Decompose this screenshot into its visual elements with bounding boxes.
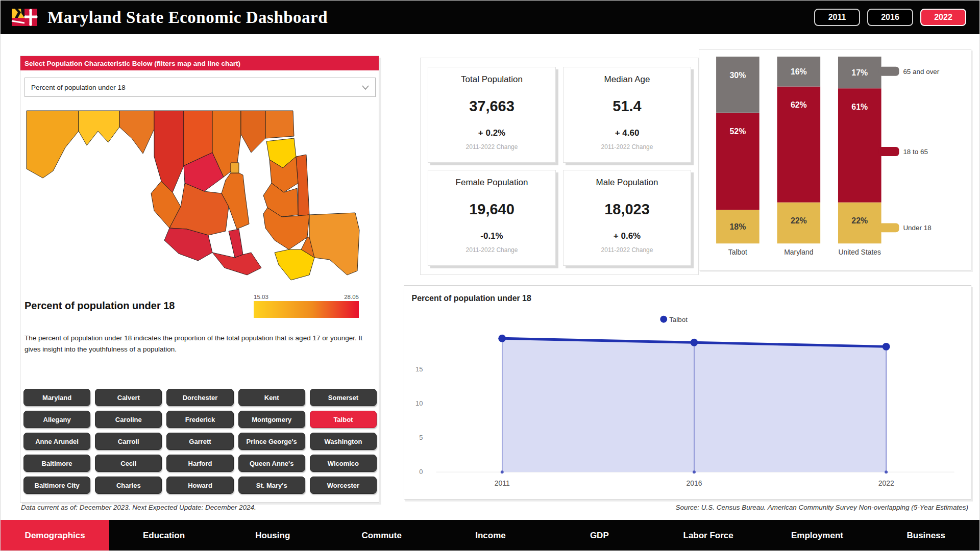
nav-tab-demographics[interactable]: Demographics	[1, 520, 109, 551]
kpi-change: -0.1%	[480, 231, 503, 241]
baseline-marker	[885, 470, 888, 473]
x-tick-label: 2016	[686, 479, 702, 487]
county-button[interactable]: Calvert	[95, 389, 162, 406]
map-county[interactable]	[231, 163, 239, 173]
kpi-card: Male Population18,023+ 0.6%2011-2022 Cha…	[563, 170, 691, 266]
nav-tab-gdp[interactable]: GDP	[545, 520, 654, 551]
map-county[interactable]	[154, 111, 184, 192]
legend-swatch	[879, 67, 899, 76]
bar-segment[interactable]	[716, 57, 760, 113]
data-point-marker[interactable]	[883, 343, 890, 350]
nav-tab-housing[interactable]: Housing	[218, 520, 327, 551]
county-button[interactable]: Montgomery	[238, 411, 305, 428]
kpi-panel: Total Population37,663+ 0.2%2011-2022 Ch…	[420, 58, 699, 275]
county-button[interactable]: Somerset	[310, 389, 377, 406]
kpi-period: 2011-2022 Change	[601, 143, 653, 151]
nav-tab-income[interactable]: Income	[436, 520, 545, 551]
map-county[interactable]	[309, 213, 359, 275]
page-title: Maryland State Economic Dashboard	[47, 8, 328, 27]
year-button-2016[interactable]: 2016	[867, 9, 913, 26]
map-county[interactable]	[119, 111, 154, 154]
county-button[interactable]: Anne Arundel	[23, 433, 90, 450]
map-county[interactable]	[229, 229, 243, 258]
county-button[interactable]: Prince George's	[238, 433, 305, 450]
kpi-value: 19,640	[469, 201, 514, 218]
nav-tab-employment[interactable]: Employment	[763, 520, 871, 551]
county-button-grid: MarylandCalvertDorchesterKentSomersetAll…	[23, 389, 377, 494]
county-button[interactable]: Cecil	[95, 455, 162, 472]
y-tick-label: 0	[419, 468, 423, 475]
nav-tab-commute[interactable]: Commute	[327, 520, 436, 551]
nav-tab-labor-force[interactable]: Labor Force	[654, 520, 763, 551]
y-tick-label: 15	[415, 365, 423, 373]
filter-banner: Select Population Characteristic Below (…	[20, 56, 379, 70]
header-bar: Maryland State Economic Dashboard 201120…	[1, 1, 980, 34]
chevron-down-icon	[362, 85, 369, 90]
maryland-map-svg	[22, 105, 380, 290]
county-button[interactable]: St. Mary's	[238, 477, 305, 494]
county-button[interactable]: Garrett	[166, 433, 233, 450]
bar-segment-label: 22%	[851, 216, 868, 225]
legend-max-label: 28.05	[344, 294, 359, 300]
county-button[interactable]: Maryland	[23, 389, 90, 406]
county-button[interactable]: Harford	[166, 455, 233, 472]
map-county[interactable]	[79, 111, 119, 145]
county-button[interactable]: Baltimore City	[23, 477, 90, 494]
county-button[interactable]: Caroline	[95, 411, 162, 428]
county-button[interactable]: Frederick	[166, 411, 233, 428]
county-button[interactable]: Worcester	[310, 477, 377, 494]
legend-label: Under 18	[903, 224, 931, 232]
y-tick-label: 5	[419, 434, 423, 441]
data-point-marker[interactable]	[690, 339, 698, 346]
map-color-legend: 15.03 28.05	[254, 294, 359, 318]
kpi-card: Female Population19,640-0.1%2011-2022 Ch…	[428, 170, 556, 266]
baseline-marker	[693, 470, 696, 473]
x-tick-label: 2022	[878, 479, 894, 487]
year-button-2011[interactable]: 2011	[814, 9, 860, 26]
map-county[interactable]	[265, 111, 294, 138]
line-chart-svg: Percent of population under 18Talbot0510…	[404, 286, 972, 499]
map-description: The percent of population under 18 indic…	[24, 333, 363, 356]
county-button[interactable]: Wicomico	[310, 455, 377, 472]
county-button[interactable]: Washington	[310, 433, 377, 450]
map-title: Percent of population under 18	[24, 300, 175, 312]
county-button[interactable]: Howard	[166, 477, 233, 494]
kpi-value: 18,023	[604, 201, 650, 218]
data-point-marker[interactable]	[498, 335, 506, 342]
under18-line-chart: Percent of population under 18Talbot0510…	[404, 285, 971, 499]
county-button[interactable]: Dorchester	[166, 389, 233, 406]
kpi-card: Median Age51.4+ 4.602011-2022 Change	[563, 67, 691, 163]
bottom-nav: DemographicsEducationHousingCommuteIncom…	[1, 520, 980, 551]
county-button[interactable]: Kent	[238, 389, 305, 406]
nav-tab-business[interactable]: Business	[872, 520, 980, 551]
county-button[interactable]: Baltimore	[23, 455, 90, 472]
population-filter-card: Select Population Characteristic Below (…	[20, 56, 379, 503]
county-button[interactable]: Queen Anne's	[238, 455, 305, 472]
gradient-bar	[254, 301, 359, 318]
characteristic-dropdown[interactable]: Percent of population under 18	[24, 78, 376, 97]
x-tick-label: 2011	[495, 479, 510, 487]
kpi-value: 37,663	[469, 98, 514, 115]
bar-category-label: Talbot	[728, 248, 747, 256]
line-legend-dot	[660, 316, 667, 323]
map-county[interactable]	[275, 249, 314, 280]
bar-category-label: United States	[838, 248, 881, 256]
map-county[interactable]	[27, 111, 79, 178]
map-county[interactable]	[241, 111, 265, 153]
kpi-change: + 0.6%	[614, 231, 641, 241]
nav-tab-education[interactable]: Education	[109, 520, 218, 551]
kpi-period: 2011-2022 Change	[466, 246, 518, 254]
maryland-choropleth-map	[22, 105, 380, 290]
y-tick-label: 10	[415, 399, 423, 407]
bar-segment-label: 30%	[729, 71, 746, 80]
county-button[interactable]: Allegany	[23, 411, 90, 428]
bar-chart-svg: 18%52%30%Talbot22%62%16%Maryland22%61%17…	[699, 49, 972, 270]
year-button-2022[interactable]: 2022	[920, 9, 966, 26]
characteristic-dropdown-value: Percent of population under 18	[31, 84, 126, 91]
map-county[interactable]	[296, 155, 309, 216]
county-button[interactable]: Charles	[95, 477, 162, 494]
bar-segment-label: 62%	[791, 101, 807, 109]
county-button[interactable]: Talbot	[310, 411, 377, 428]
county-button[interactable]: Carroll	[95, 433, 162, 450]
year-filter-group: 201120162022	[814, 9, 966, 26]
